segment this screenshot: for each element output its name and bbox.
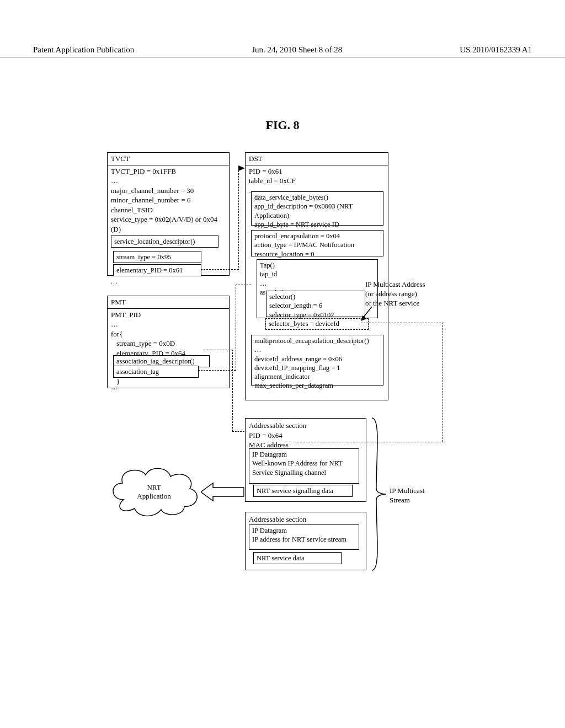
dst-selector-box: selector() selector_length = 6 selector_… — [266, 291, 365, 317]
dst-actiontype: action_type = IP/MAC Notifocation — [254, 240, 380, 249]
dst-pid: PID = 0x61 — [249, 167, 385, 176]
arrowhead-icon — [238, 165, 246, 171]
dst-align: alignment_indicator — [254, 372, 380, 381]
tvct-svctype: service_type = 0x02(A/V/D) or 0x04 (D) — [111, 215, 226, 234]
dash-pmt-addr — [204, 350, 232, 350]
pmt-atd-text: association_tag_descriptor() — [116, 357, 195, 365]
dst-title: DST — [246, 153, 388, 165]
figure-title: FIG. 8 — [0, 118, 565, 132]
dst-selbytes-box: selector_bytes = deviceId — [265, 318, 369, 330]
addr1-wk2: Service Signalling channel — [252, 468, 356, 477]
dst-mped: multiprotocol_encapsulation_descriptor() — [254, 336, 380, 345]
pmt-streamtype: stream_type = 0x0D — [111, 339, 226, 349]
dst-tap: Tap() — [260, 261, 375, 270]
tvct-pid: TVCT_PID = 0x1FFB — [111, 167, 226, 176]
dash-tvct-dst — [201, 269, 238, 270]
addr-section-2: Addressable section IP Datagram IP addre… — [245, 512, 366, 570]
header-center: Jun. 24, 2010 Sheet 8 of 28 — [252, 45, 342, 55]
pmt-pid: PMT_PID — [111, 310, 226, 320]
vdash-pmt-addr — [232, 350, 233, 431]
cloud-l1: NRT — [107, 483, 201, 492]
tvct-major: major_channel_number = 30 — [111, 186, 226, 196]
tvct-ell4: … — [110, 277, 118, 286]
svg-line-0 — [363, 307, 372, 318]
arrow-icon — [361, 306, 377, 322]
ipnote-l1: IP Multicast Address — [365, 280, 437, 290]
dst-selbytes: selector_bytes = deviceId — [269, 320, 339, 328]
dash-sel-mac2 — [295, 442, 444, 442]
stream-label: IP Multicast Stream — [390, 486, 424, 505]
dst-devrange: deviceId_address_range = 0x06 — [254, 355, 380, 363]
addr2-ipaddr: IP address for NRT service stream — [252, 535, 356, 544]
addr1-sigdata: NRT service signalling data — [253, 485, 353, 497]
addr1-pid: PID = 0x64 — [249, 431, 363, 441]
dst-sellen: selector_length = 6 — [269, 301, 362, 310]
dst-box: DST PID = 0x61 table_id = 0xCF … data_se… — [245, 152, 388, 400]
header-left: Patent Application Publication — [33, 45, 134, 55]
addr2-svcdata: NRT service data — [253, 552, 342, 564]
dst-protoencap: protocol_encapsulation = 0x04 — [254, 232, 380, 240]
tvct-chtsid: channel_TSID — [111, 205, 226, 215]
addr1-ipdg: IP Datagram — [252, 450, 356, 459]
dst-tapid: tap_id — [260, 270, 375, 279]
addr2-ipdg: IP Datagram — [252, 526, 356, 535]
diagram: TVCT TVCT_PID = 0x1FFB … major_channel_n… — [107, 152, 460, 632]
dst-dstb: data_service_table_bytes() — [254, 193, 380, 202]
addr1-sigdata-text: NRT service signalling data — [257, 487, 333, 495]
dst-resloc: resource_location = 0 — [254, 250, 380, 259]
tvct-elempid: elementary_PID = 0x61 — [113, 264, 201, 276]
dst-mped-box: multiprotocol_encapsulation_descriptor()… — [251, 335, 383, 386]
vdash-sel-mac — [443, 323, 443, 442]
addr1-title: Addressable section — [249, 421, 363, 431]
stream-l2: Stream — [390, 496, 424, 505]
tvct-minor: minor_channel_number = 6 — [111, 195, 226, 205]
vdash-pmt-dst — [236, 285, 236, 371]
tvct-sld: service_location_descriptor() — [111, 235, 218, 248]
addr2-ipdg-box: IP Datagram IP address for NRT service s… — [249, 524, 359, 550]
addr2-svcdata-text: NRT service data — [257, 554, 305, 562]
brace-icon — [371, 417, 387, 571]
dash-pmt-addr2 — [232, 431, 244, 432]
addr1-ipdg-box: IP Datagram Well-known IP Address for NR… — [249, 448, 359, 484]
tvct-streamtype: stream_type = 0x95 — [113, 251, 201, 263]
big-arrow-icon — [201, 482, 245, 502]
dst-dstb-box: data_service_table_bytes() app_id_descri… — [251, 191, 383, 226]
ipnote-l2: (or address range) — [365, 290, 437, 299]
stream-l1: IP Multicast — [390, 486, 424, 496]
pmt-box: PMT PMT_PID … for{ stream_type = 0x0D el… — [107, 296, 230, 388]
dash-pmt-dst2 — [236, 285, 251, 285]
header-right: US 2010/0162339 A1 — [460, 45, 532, 55]
pmt-ell1: … — [111, 319, 226, 329]
dst-tap-box: Tap() tap_id … association_tag selector(… — [257, 259, 378, 318]
addr1-wk1: Well-known IP Address for NRT — [252, 459, 356, 468]
dst-encap-box: protocol_encapsulation = 0x04 action_typ… — [251, 230, 383, 256]
tvct-elempid-text: elementary_PID = 0x61 — [116, 266, 183, 274]
svg-marker-2 — [201, 483, 244, 501]
dst-ell2: … — [260, 279, 375, 288]
ip-multicast-note: IP Multicast Address (or address range) … — [365, 280, 437, 308]
dst-appidbyte: app_id_byte = NRT service ID — [254, 220, 380, 229]
cloud-l2: Application — [107, 492, 201, 501]
dash-pmt-dst — [198, 370, 236, 371]
tvct-streamtype-text: stream_type = 0x95 — [116, 253, 171, 261]
svg-marker-3 — [238, 165, 245, 171]
vdash-tvct-dst — [238, 168, 239, 270]
tvct-title: TVCT — [108, 153, 229, 165]
dst-devflag: deviceId_IP_mapping_flag = 1 — [254, 363, 380, 372]
dst-ell3: … — [254, 345, 380, 354]
tvct-ell1: … — [111, 176, 226, 186]
addr-section-1: Addressable section PID = 0x64 MAC addre… — [245, 418, 366, 502]
tvct-box: TVCT TVCT_PID = 0x1FFB … major_channel_n… — [107, 152, 230, 276]
pmt-assoctag: association_tag — [113, 366, 199, 378]
tvct-sld-text: service_location_descriptor() — [114, 238, 195, 245]
pmt-assoctag-text: association_tag — [116, 368, 159, 376]
addr2-title: Addressable section — [249, 515, 363, 524]
dst-appiddesc: app_id_description = 0x0003 (NRT Applica… — [254, 202, 380, 220]
dst-tableid: table_id = 0xCF — [249, 176, 385, 186]
page-header: Patent Application Publication Jun. 24, … — [0, 45, 565, 57]
dst-maxsect: max_sections_per_datagram — [254, 381, 380, 390]
pmt-for: for{ — [111, 329, 226, 339]
nrt-cloud: NRT Application — [107, 461, 201, 522]
pmt-title: PMT — [108, 296, 229, 309]
dash-sel-mac1 — [361, 323, 444, 323]
